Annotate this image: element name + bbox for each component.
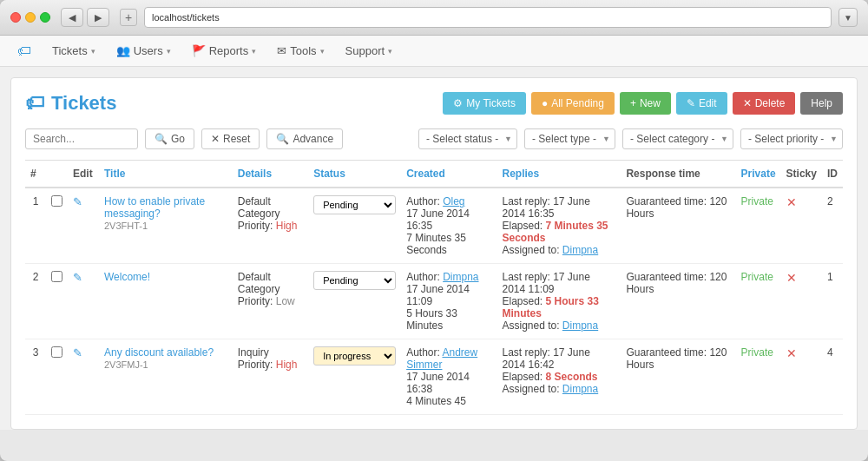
row-2-author-link[interactable]: Dimpna (443, 271, 478, 283)
row-1-subtitle: 2V3FHT-1 (104, 221, 148, 231)
category-filter[interactable]: - Select category - (622, 128, 733, 149)
row-1-author-prefix: Author: (406, 195, 443, 207)
browser-nav: ◀ ▶ (61, 8, 109, 27)
reset-button[interactable]: ✕ Reset (201, 128, 260, 149)
edit-label: Edit (699, 97, 717, 109)
row-3-response-cell: Guaranteed time: 120 Hours (621, 339, 735, 415)
row-2-assigned-link[interactable]: Dimpna (562, 319, 598, 332)
col-sticky: Sticky (781, 161, 822, 188)
reset-label: Reset (223, 133, 250, 145)
row-3-title-link[interactable]: Any discount available? (104, 346, 214, 359)
nav-support-label: Support (345, 44, 385, 57)
row-1-response-time: Guaranteed time: 120 Hours (626, 195, 727, 220)
row-2-response-time: Guaranteed time: 120 Hours (626, 271, 727, 295)
row-1-id-cell: 2 (822, 188, 843, 264)
row-3-elapsed-label: Elapsed: (502, 371, 545, 383)
nav-reports[interactable]: 🚩 Reports ▾ (183, 41, 266, 61)
row-2-id-cell: 1 (822, 264, 843, 339)
row-3-edit-icon[interactable]: ✎ (73, 346, 82, 359)
forward-button[interactable]: ▶ (87, 8, 109, 27)
maximize-dot[interactable] (40, 12, 50, 23)
all-pending-button[interactable]: ● All Pending (531, 92, 615, 115)
row-1-sticky-x-icon[interactable]: ✕ (786, 195, 797, 209)
col-details: Details (233, 161, 308, 188)
row-2-private-label: Private (741, 271, 773, 283)
category-filter-wrapper: - Select category - (622, 128, 733, 149)
col-status: Status (308, 161, 401, 188)
row-3-private-cell: Private (736, 339, 781, 415)
row-2-edit-icon[interactable]: ✎ (73, 271, 82, 284)
row-3-edit-cell: ✎ (68, 339, 99, 415)
row-1-status-select[interactable]: Pending In progress (313, 195, 396, 214)
address-bar[interactable] (144, 7, 832, 28)
row-1-edit-icon[interactable]: ✎ (73, 195, 82, 208)
row-3-title-cell: Any discount available? 2V3FMJ-1 (99, 339, 233, 415)
tab-bar: + (120, 9, 137, 26)
row-2-category: Default Category (238, 271, 280, 295)
nav-support[interactable]: Support ▾ (337, 41, 402, 61)
row-3-priority-label: Priority: (238, 359, 276, 371)
row-1-sticky-cell: ✕ (781, 188, 822, 264)
back-button[interactable]: ◀ (61, 8, 83, 27)
advance-search-icon: 🔍 (276, 133, 289, 145)
row-2-title-link[interactable]: Welcome! (104, 271, 150, 283)
help-button[interactable]: Help (800, 92, 843, 115)
search-input[interactable] (25, 128, 138, 149)
minimize-dot[interactable] (25, 12, 36, 23)
row-2-status-select[interactable]: Pending In progress (313, 271, 396, 290)
edit-ticket-button[interactable]: ✎ Edit (676, 92, 727, 115)
row-1-private-cell: Private (736, 188, 781, 264)
row-3-assigned-link[interactable]: Dimpna (562, 383, 598, 395)
row-2-id-value: 1 (827, 271, 833, 283)
window-controls (10, 12, 50, 23)
nav-tickets-label: Tickets (52, 44, 88, 57)
row-3-status-select[interactable]: In progress Pending (313, 346, 396, 366)
new-tab-button[interactable]: + (120, 9, 137, 26)
row-3-checkbox[interactable] (51, 346, 62, 358)
row-1-created-cell: Author: Oleg 17 June 2014 16:35 7 Minute… (401, 188, 496, 264)
row-2-details-cell: Default Category Priority: Low (233, 264, 308, 339)
advance-button[interactable]: 🔍 Advance (266, 128, 343, 149)
nav-tools[interactable]: ✉ Tools ▾ (268, 41, 332, 61)
row-2-elapsed-label: Elapsed: (502, 295, 545, 307)
browser-titlebar: ◀ ▶ + ▼ (0, 0, 868, 36)
row-1-created-duration2: Seconds (406, 244, 447, 256)
row-1-details-cell: Default Category Priority: High (233, 188, 308, 264)
row-2-response-cell: Guaranteed time: 120 Hours (621, 264, 735, 339)
row-2-title-cell: Welcome! (99, 264, 233, 339)
row-3-created-time: 16:38 (406, 383, 432, 395)
tickets-caret: ▾ (91, 47, 95, 56)
row-1-assigned-link[interactable]: Dimpna (562, 244, 598, 256)
row-2-sticky-cell: ✕ (781, 264, 822, 339)
row-1-author-link[interactable]: Oleg (443, 195, 464, 207)
nav-users[interactable]: 👥 Users ▾ (108, 41, 180, 61)
row-2-checkbox[interactable] (51, 271, 62, 282)
row-3-created-duration: 4 Minutes 45 (406, 395, 466, 407)
row-1-title-link[interactable]: How to enable private messaging? (104, 195, 205, 220)
priority-filter[interactable]: - Select priority - (740, 128, 843, 149)
delete-icon: ✕ (743, 97, 752, 109)
status-filter[interactable]: - Select status - Pending In progress Cl… (418, 128, 517, 149)
row-3-sticky-x-icon[interactable]: ✕ (786, 346, 797, 360)
row-1-checkbox[interactable] (51, 195, 62, 207)
my-tickets-button[interactable]: ⚙ My Tickets (443, 92, 526, 115)
reports-caret: ▾ (252, 47, 256, 56)
close-dot[interactable] (10, 12, 21, 23)
browser-menu-button[interactable]: ▼ (838, 8, 858, 27)
table-header-row: # Edit Title Details Status Created Repl… (25, 161, 843, 188)
new-ticket-button[interactable]: + New (620, 92, 671, 115)
new-label: New (640, 97, 661, 109)
status-filter-wrapper: - Select status - Pending In progress Cl… (418, 128, 517, 149)
filter-bar: 🔍 Go ✕ Reset 🔍 Advance - Select status -… (25, 128, 843, 149)
delete-ticket-button[interactable]: ✕ Delete (733, 92, 796, 115)
priority-filter-wrapper: - Select priority - (740, 128, 843, 149)
go-button[interactable]: 🔍 Go (145, 128, 194, 149)
new-icon: + (630, 97, 636, 109)
brand-icon: 🏷 (17, 43, 31, 59)
row-2-status-cell: Pending In progress (308, 264, 401, 339)
all-pending-label: All Pending (551, 97, 604, 109)
nav-reports-label: Reports (209, 44, 249, 57)
row-2-sticky-x-icon[interactable]: ✕ (786, 271, 797, 285)
type-filter[interactable]: - Select type - (524, 128, 615, 149)
nav-tickets[interactable]: Tickets ▾ (43, 41, 104, 61)
